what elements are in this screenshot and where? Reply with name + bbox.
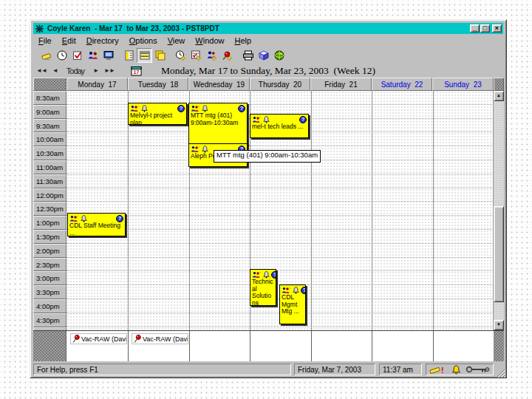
week-view-button[interactable] bbox=[137, 48, 152, 63]
alarm-pencil-icon[interactable]: ! bbox=[429, 365, 447, 375]
pushpin-icon bbox=[134, 334, 141, 344]
goto-date-icon[interactable]: 17 bbox=[131, 66, 142, 76]
time-label-12:30pm: 12:30pm bbox=[33, 202, 66, 216]
day-header-monday[interactable]: Monday 17 bbox=[66, 78, 128, 91]
menu-file[interactable]: File bbox=[33, 35, 57, 46]
notes-strip[interactable]: Vac-RAW (DavisVac-RAW (Davis bbox=[66, 331, 494, 361]
minimize-button[interactable]: _ bbox=[470, 24, 480, 33]
event-title: Technical Solutions (Room bbox=[252, 279, 274, 306]
prev-day-button[interactable]: ◄ bbox=[50, 66, 61, 75]
event-title: CDL Mgmt Mtg ... bbox=[282, 294, 304, 316]
daily-note[interactable]: Vac-RAW (Davis bbox=[70, 333, 127, 344]
tasks-button[interactable] bbox=[69, 48, 85, 63]
column-divider bbox=[128, 91, 129, 330]
time-label-10:30am: 10:30am bbox=[33, 146, 66, 160]
next-day-button[interactable]: ► bbox=[90, 66, 101, 75]
time-label-3:30pm: 3:30pm bbox=[33, 285, 66, 299]
notes-column-divider bbox=[311, 331, 312, 361]
clock-button[interactable] bbox=[54, 48, 69, 63]
week-view-icon bbox=[139, 50, 151, 61]
toolbar bbox=[33, 47, 503, 64]
event-block[interactable]: ?MTT mtg (401) 9:00am-10:30am bbox=[188, 103, 248, 145]
event-block[interactable]: ?CDL Staff Meeting ... bbox=[67, 213, 126, 236]
event-block[interactable]: ?CDL Mgmt Mtg ... bbox=[279, 284, 306, 324]
today-button[interactable]: Today bbox=[61, 66, 90, 76]
send-button[interactable] bbox=[256, 48, 271, 63]
maximize-button[interactable]: □ bbox=[480, 24, 490, 33]
attendees-icon bbox=[87, 50, 99, 61]
time-label-11:00am: 11:00am bbox=[33, 160, 66, 174]
grid-row[interactable] bbox=[66, 216, 494, 230]
event-tooltip: MTT mtg (401) 9:00am-10:30am bbox=[214, 150, 321, 163]
grid-row[interactable] bbox=[66, 188, 494, 202]
event-title: MTT mtg (401) 9:00am-10:30am bbox=[191, 112, 245, 126]
time-label-4:30pm: 4:30pm bbox=[33, 313, 66, 327]
key-icon[interactable] bbox=[466, 365, 491, 374]
status-unknown-icon: ? bbox=[116, 215, 123, 222]
menu-help[interactable]: Help bbox=[229, 35, 256, 46]
menu-view[interactable]: View bbox=[163, 35, 191, 46]
month-view-button[interactable] bbox=[152, 48, 168, 63]
app-icon bbox=[35, 24, 45, 33]
day-header-friday[interactable]: Friday 21 bbox=[310, 78, 372, 91]
day-view-button[interactable] bbox=[121, 48, 137, 63]
prev-week-button[interactable]: ◄◄ bbox=[33, 66, 50, 75]
new-note-button[interactable] bbox=[219, 48, 235, 63]
status-bar: For Help, press F1 Friday, Mar 7, 2003 1… bbox=[33, 363, 503, 376]
calendar-grid[interactable]: ?Melvyl-t project plan?MTT mtg (401) 9:0… bbox=[66, 91, 494, 331]
new-note-icon bbox=[222, 50, 233, 61]
menu-edit[interactable]: Edit bbox=[57, 35, 81, 46]
week-range-label: Monday, Mar 17 to Sunday, Mar 23, 2003 (… bbox=[161, 65, 375, 77]
help-button[interactable] bbox=[271, 48, 287, 63]
daily-note[interactable]: Vac-RAW (Davis bbox=[132, 333, 188, 344]
time-label-11:30am: 11:30am bbox=[33, 174, 66, 188]
scroll-thumb[interactable] bbox=[494, 206, 504, 302]
bell-icon[interactable] bbox=[451, 365, 461, 375]
svg-text:17: 17 bbox=[133, 69, 139, 75]
new-meeting-button[interactable] bbox=[204, 48, 219, 63]
new-event-button[interactable] bbox=[188, 48, 204, 63]
event-title: Melvyl-t project plan bbox=[130, 112, 185, 125]
grid-row[interactable] bbox=[66, 174, 494, 188]
grid-row[interactable] bbox=[66, 244, 494, 258]
grid-row[interactable] bbox=[66, 271, 494, 285]
status-unknown-icon: ? bbox=[177, 105, 185, 112]
time-label-3:00pm: 3:00pm bbox=[33, 271, 66, 285]
daily-notes-area: Vac-RAW (DavisVac-RAW (Davis bbox=[33, 330, 504, 361]
day-header-tuesday[interactable]: Tuesday 18 bbox=[128, 78, 188, 91]
menu-directory[interactable]: Directory bbox=[81, 35, 124, 46]
titlebar[interactable]: Coyle Karen - Mar 17 to Mar 23, 2003 - P… bbox=[33, 23, 503, 34]
next-week-button[interactable]: ►► bbox=[101, 66, 117, 75]
status-unknown-icon: ? bbox=[271, 271, 276, 279]
scroll-down-button[interactable]: ▼ bbox=[494, 320, 504, 330]
event-block[interactable]: ?mel-t tech leads ... bbox=[250, 114, 309, 138]
day-header-saturday[interactable]: Saturday 22 bbox=[372, 78, 432, 91]
svg-text:!: ! bbox=[441, 366, 444, 375]
notes-column-divider bbox=[433, 331, 434, 361]
grid-row[interactable] bbox=[66, 202, 494, 216]
time-label-12:00pm: 12:00pm bbox=[33, 188, 66, 202]
print-button[interactable] bbox=[240, 48, 256, 63]
attendees-button[interactable] bbox=[85, 48, 100, 63]
month-view-icon bbox=[154, 50, 166, 61]
time-label-1:30pm: 1:30pm bbox=[33, 230, 66, 244]
event-title: mel-t tech leads ... bbox=[252, 123, 307, 131]
day-header-wednesday[interactable]: Wednesday 19 bbox=[188, 78, 250, 91]
close-button[interactable]: × bbox=[492, 24, 502, 33]
scroll-up-button[interactable]: ▲ bbox=[494, 91, 504, 101]
new-reminder-button[interactable] bbox=[173, 48, 188, 63]
event-block[interactable]: ?Technical Solutions (Room bbox=[250, 269, 276, 306]
event-block[interactable]: ?Melvyl-t project plan bbox=[128, 103, 187, 125]
app-window: Coyle Karen - Mar 17 to Mar 23, 2003 - P… bbox=[30, 19, 507, 378]
resize-grip[interactable] bbox=[496, 367, 505, 377]
grid-row[interactable] bbox=[66, 258, 494, 272]
agenda-button[interactable] bbox=[100, 48, 116, 63]
menu-options[interactable]: Options bbox=[124, 35, 163, 46]
status-unknown-icon: ? bbox=[238, 105, 245, 112]
eraser-button[interactable] bbox=[38, 48, 54, 63]
grid-row[interactable] bbox=[66, 230, 494, 244]
menu-window[interactable]: Window bbox=[190, 35, 229, 46]
vertical-scrollbar[interactable]: ▲ ▼ bbox=[494, 91, 504, 330]
day-header-sunday[interactable]: Sunday 23 bbox=[432, 78, 494, 91]
day-header-thursday[interactable]: Thursday 20 bbox=[250, 78, 310, 91]
